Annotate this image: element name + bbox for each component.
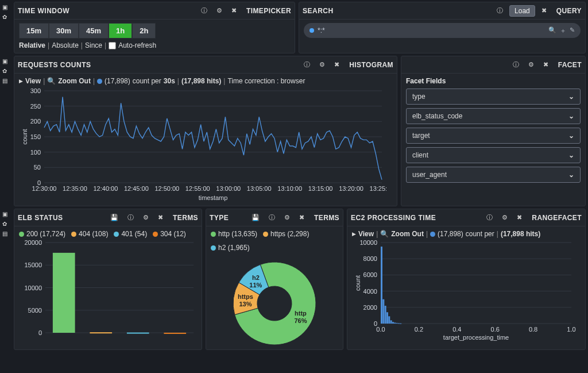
row-expand-icon[interactable]: ▣ <box>2 4 10 10</box>
time-btn-2h[interactable]: 2h <box>132 23 156 39</box>
legend-item[interactable]: https (2,298) <box>263 230 309 238</box>
svg-rect-39 <box>90 332 112 333</box>
hits: (17,898 hits) <box>501 230 540 238</box>
caret-icon[interactable]: ▶ <box>352 231 356 237</box>
close-icon[interactable]: ✖ <box>539 5 550 16</box>
mode-absolute[interactable]: Absolute <box>52 41 79 49</box>
panel-badge: FACET <box>555 61 582 69</box>
svg-text:0.8: 0.8 <box>529 326 537 333</box>
facet-label: user_agent <box>412 171 447 179</box>
add-icon[interactable]: ＋ <box>560 26 566 35</box>
svg-text:count: count <box>354 275 361 291</box>
close-icon[interactable]: ✖ <box>540 59 551 70</box>
info-icon[interactable]: ⓘ <box>301 59 313 71</box>
info-icon[interactable]: ⓘ <box>198 5 210 17</box>
svg-text:0.0: 0.0 <box>376 326 385 333</box>
zoom-link[interactable]: Zoom Out <box>58 77 91 85</box>
svg-text:13:00:00: 13:00:00 <box>216 185 241 192</box>
close-icon[interactable]: ✖ <box>514 212 525 223</box>
legend-item[interactable]: h2 (1,965) <box>211 244 250 252</box>
legend-item[interactable]: 404 (108) <box>71 230 108 238</box>
row-settings-icon[interactable]: ✿ <box>2 221 10 227</box>
row-settings-icon[interactable]: ✿ <box>2 68 10 74</box>
svg-text:0.6: 0.6 <box>491 326 500 333</box>
zoom-link[interactable]: Zoom Out <box>391 230 424 238</box>
time-btn-30m[interactable]: 30m <box>49 23 79 39</box>
auto-refresh-checkbox[interactable] <box>109 42 116 49</box>
svg-rect-74 <box>392 322 394 324</box>
time-btn-45m[interactable]: 45m <box>79 23 109 39</box>
info-icon[interactable]: ⓘ <box>483 212 496 224</box>
gear-icon[interactable]: ⚙ <box>140 212 152 223</box>
svg-rect-78 <box>400 324 401 324</box>
close-icon[interactable]: ✖ <box>296 212 307 223</box>
panel-badge: RANGEFACET <box>528 214 582 222</box>
gear-icon[interactable]: ⚙ <box>281 212 293 223</box>
svg-rect-72 <box>388 316 390 324</box>
series-color-dot <box>97 79 102 84</box>
svg-text:0.2: 0.2 <box>415 326 423 333</box>
zoom-icon[interactable]: 🔍 <box>47 77 56 85</box>
legend-item[interactable]: 401 (54) <box>114 230 147 238</box>
svg-text:h2: h2 <box>252 274 260 281</box>
facet-label: client <box>412 151 428 159</box>
mode-since[interactable]: Since <box>85 41 102 49</box>
save-icon[interactable]: 💾 <box>107 212 121 223</box>
svg-rect-76 <box>396 323 398 324</box>
requests-line-chart: 05010015020025030012:30:0012:35:0012:40:… <box>19 87 386 202</box>
time-btn-15m[interactable]: 15m <box>19 23 49 39</box>
svg-rect-73 <box>390 320 392 324</box>
info-icon[interactable]: ⓘ <box>125 212 137 224</box>
svg-text:4000: 4000 <box>363 288 377 295</box>
close-icon[interactable]: ✖ <box>331 59 342 70</box>
close-icon[interactable]: ✖ <box>229 5 239 16</box>
view-link[interactable]: View <box>358 230 374 238</box>
caret-icon[interactable]: ▶ <box>19 78 23 84</box>
legend-item[interactable]: 200 (17,724) <box>19 230 65 238</box>
gear-icon[interactable]: ⚙ <box>214 5 225 16</box>
zoom-icon[interactable]: 🔍 <box>380 230 389 238</box>
row-expand-icon[interactable]: ▣ <box>2 211 10 217</box>
mode-relative[interactable]: Relative <box>19 41 45 49</box>
gear-icon[interactable]: ⚙ <box>499 212 510 223</box>
info-icon[interactable]: ⓘ <box>510 59 522 71</box>
search-icon[interactable]: 🔍 <box>548 26 556 35</box>
facet-row-target[interactable]: target⌄ <box>406 128 581 144</box>
svg-rect-71 <box>386 312 388 324</box>
search-input[interactable]: *:* 🔍 ＋ ✎ <box>304 23 581 38</box>
facet-row-elb_status_code[interactable]: elb_status_code⌄ <box>406 108 581 124</box>
legend-item[interactable]: 304 (12) <box>153 230 186 238</box>
svg-text:0: 0 <box>38 329 42 336</box>
svg-text:1.0: 1.0 <box>567 326 575 333</box>
row-move-icon[interactable]: ▤ <box>2 230 10 237</box>
save-icon[interactable]: 💾 <box>249 212 262 223</box>
row-expand-icon[interactable]: ▣ <box>2 58 10 64</box>
chevron-down-icon: ⌄ <box>568 132 574 140</box>
panel-badge: QUERY <box>553 7 582 15</box>
legend-item[interactable]: http (13,635) <box>211 230 257 238</box>
svg-rect-41 <box>164 333 186 334</box>
edit-icon[interactable]: ✎ <box>570 26 575 35</box>
svg-text:200: 200 <box>30 118 41 125</box>
close-icon[interactable]: ✖ <box>155 212 166 223</box>
svg-rect-75 <box>394 322 396 324</box>
info-icon[interactable]: ⓘ <box>266 212 278 224</box>
row-move-icon[interactable]: ▤ <box>2 78 10 84</box>
time-range-buttons: 15m 30m 45m 1h 2h <box>19 23 290 39</box>
facet-row-type[interactable]: type⌄ <box>406 89 581 105</box>
view-link[interactable]: View <box>25 77 41 85</box>
row-settings-icon[interactable]: ✿ <box>2 14 10 20</box>
svg-text:13:20:00: 13:20:00 <box>339 185 363 192</box>
gear-icon[interactable]: ⚙ <box>316 59 328 70</box>
svg-text:12:50:00: 12:50:00 <box>154 185 179 192</box>
load-button[interactable]: Load <box>509 5 535 17</box>
time-btn-1h[interactable]: 1h <box>109 23 132 39</box>
svg-text:150: 150 <box>30 133 41 140</box>
query-color-dot <box>310 28 314 33</box>
facet-label: type <box>412 93 425 101</box>
facet-row-user_agent[interactable]: user_agent⌄ <box>406 167 581 183</box>
gear-icon[interactable]: ⚙ <box>525 59 537 70</box>
svg-rect-77 <box>398 323 400 324</box>
facet-row-client[interactable]: client⌄ <box>406 147 581 163</box>
info-icon[interactable]: ⓘ <box>494 5 506 17</box>
